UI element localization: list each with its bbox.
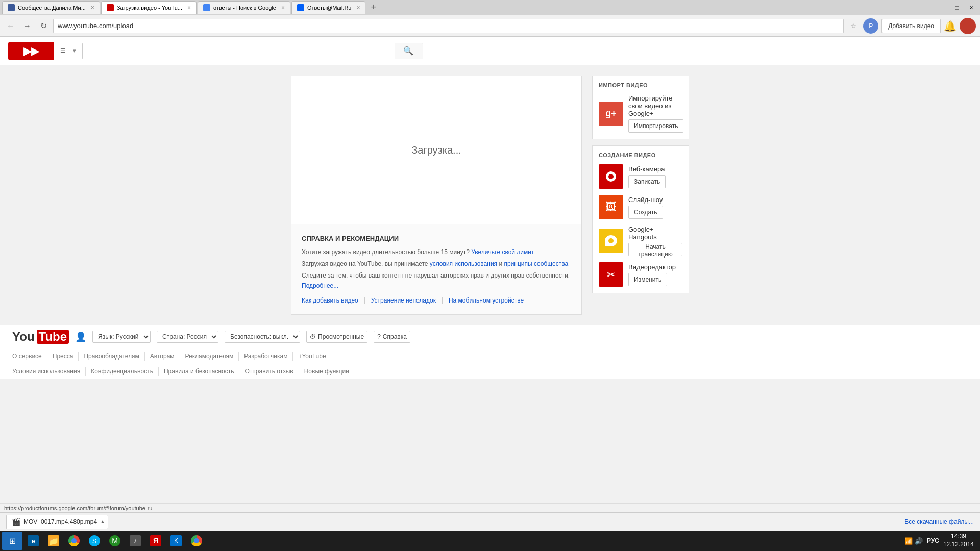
taskbar-explorer[interactable]: 📁 [44,532,63,550]
taskbar-kaspersky[interactable]: K [166,532,186,550]
webcam-title: Веб-камера [628,165,682,173]
close-button[interactable]: × [965,3,978,13]
import-section: ИМПОРТ ВИДЕО g+ Импортируйте свои видео … [592,76,689,139]
info-title: СПРАВКА И РЕКОМЕНДАЦИИ [302,235,571,242]
footer-developers[interactable]: Разработчикам [238,352,292,361]
footer-privacy[interactable]: Конфиденциальность [85,367,158,376]
new-tab-button[interactable]: + [366,2,380,13]
search-button[interactable]: 🔍 [395,43,423,59]
start-broadcast-button[interactable]: Начать трансляцию [628,243,682,256]
back-button[interactable]: ← [4,19,17,33]
chrome2-icon [191,535,202,546]
info-line2-mid: и [497,260,504,267]
gplus-import-item: g+ Импортируйте свои видео из Google+ Им… [599,94,682,133]
chrome-center [71,538,77,543]
editor-info: Видеоредактор Изменить [628,263,682,286]
footer-authors[interactable]: Авторам [144,352,180,361]
hangouts-item: Google+ Hangouts Начать трансляцию [599,226,682,256]
footer-new-features[interactable]: Новые функции [299,367,354,376]
increase-limit-link[interactable]: Увеличьте свой лимит [471,248,534,256]
volume-icon: 🔊 [915,537,923,545]
import-button[interactable]: Импортировать [628,119,683,133]
footer-plus[interactable]: +YouTube [292,352,331,361]
start-button[interactable]: ⊞ [2,532,22,550]
tab-vk[interactable]: Сообщества Данила Ми... × [2,1,100,14]
add-video-header-button[interactable]: Добавить видео [881,19,941,33]
logo-you: ▶▶ [23,45,39,57]
slideshow-info: Слайд-шоу Создать [628,196,682,219]
footer-advertisers[interactable]: Рекламодателям [180,352,239,361]
tab-mail[interactable]: Ответы@Mail.Ru × [291,1,365,14]
youtube-logo[interactable]: ▶▶ [8,42,54,60]
record-button[interactable]: Записать [628,175,666,188]
bookmark-star[interactable]: ☆ [847,19,860,33]
tab-close-google[interactable]: × [281,4,285,11]
tab-icon-google [203,4,210,11]
malwarebytes-icon: M [109,535,120,546]
language-select[interactable]: Язык: Русский [92,331,151,343]
mobile-link[interactable]: На мобильном устройстве [442,297,530,304]
tab-close-vk[interactable]: × [91,4,94,11]
webcam-thumb [599,164,623,189]
taskbar-time-text: 14:39 [943,533,974,541]
taskbar-chrome[interactable] [64,532,84,550]
kaspersky-icon: K [170,535,182,546]
create-slideshow-button[interactable]: Создать [628,206,663,219]
taskbar-yandex[interactable]: Я [146,532,165,550]
footer-about[interactable]: О сервисе [12,352,47,361]
tab-close-yt[interactable]: × [187,4,191,11]
edit-button[interactable]: Изменить [628,273,667,286]
taskbar-language: РУС [927,537,939,544]
hangouts-dot [608,238,614,243]
status-bar: https://productforums.google.com/forum/#… [0,503,980,512]
tab-google[interactable]: ответы - Поиск в Google × [198,1,290,14]
profile-button[interactable]: P [863,18,878,34]
notifications-bell[interactable]: 🔔 [944,20,957,32]
info-line2-before: Загружая видео на YouTube, вы принимаете [302,260,430,267]
hamburger-menu[interactable]: ≡ [60,45,66,56]
taskbar-chrome2[interactable] [187,532,206,550]
search-input[interactable] [82,43,388,59]
more-link[interactable]: Подробнее... [302,282,338,289]
community-link[interactable]: принципы сообщества [504,260,568,267]
how-to-add-link[interactable]: Как добавить видео [302,297,364,304]
gplus-title: Импортируйте свои видео из Google+ [628,94,683,117]
forward-button[interactable]: → [20,19,34,33]
address-bar[interactable]: www.youtube.com/upload [53,19,844,33]
taskbar-clock: 14:39 12.12.2014 [943,533,974,548]
download-item[interactable]: 🎬 MOV_0017.mp4.480p.mp4 ▲ [6,515,108,529]
nav-bar: ← → ↻ www.youtube.com/upload ☆ P Добавит… [0,15,980,37]
troubleshoot-link[interactable]: Устранение неполадок [364,297,442,304]
upload-section: Загрузка... СПРАВКА И РЕКОМЕНДАЦИИ Хотит… [291,76,582,315]
safety-select[interactable]: Безопасность: выкл. [225,331,300,343]
tab-label-google: ответы - Поиск в Google [213,5,276,11]
hangouts-title: Google+ Hangouts [628,226,682,241]
footer-press[interactable]: Пресса [47,352,79,361]
history-button[interactable]: ⏱ Просмотренные [306,331,368,343]
taskbar-ie[interactable]: e [23,532,43,550]
taskbar-malwarebytes[interactable]: M [105,532,125,550]
chrome-icon [68,535,80,546]
help-button[interactable]: ? Справка [374,331,410,343]
footer-feedback[interactable]: Отправить отзыв [239,367,298,376]
footer-rights[interactable]: Правообладателям [78,352,144,361]
ie-icon: e [28,535,39,546]
history-icon: ⏱ [310,333,316,340]
taskbar-skype[interactable]: S [85,532,104,550]
footer-policy[interactable]: Правила и безопасность [158,367,239,376]
tab-youtube[interactable]: Загрузка видео - YouTu... × [101,1,197,14]
webcam-info: Веб-камера Записать [628,165,682,188]
download-bar: 🎬 MOV_0017.mp4.480p.mp4 ▲ Все скачанные … [0,512,980,531]
taskbar-speaker[interactable]: ♪ [126,532,145,550]
minimize-button[interactable]: — [936,3,949,13]
maximize-button[interactable]: □ [950,3,964,13]
webcam-item: Веб-камера Записать [599,164,682,189]
user-avatar[interactable] [960,18,976,34]
country-select[interactable]: Страна: Россия [157,331,218,343]
tab-close-mail[interactable]: × [356,4,360,11]
terms-link[interactable]: условия использования [430,260,497,267]
refresh-button[interactable]: ↻ [37,19,50,33]
see-all-downloads[interactable]: Все скачанные файлы... [904,518,974,525]
upload-info: СПРАВКА И РЕКОМЕНДАЦИИ Хотите загружать … [291,224,581,314]
footer-terms[interactable]: Условия использования [12,367,85,376]
